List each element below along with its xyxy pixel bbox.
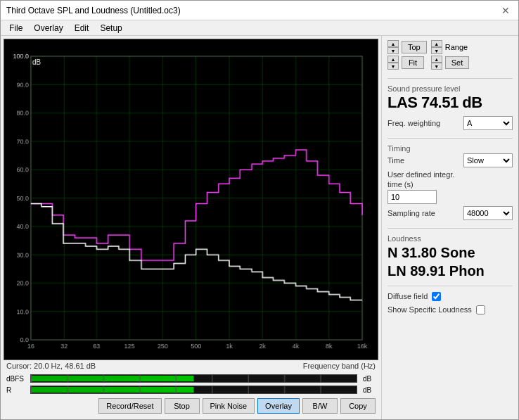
diffuse-field-row: Diffuse field <box>387 292 513 301</box>
timing-label: Timing <box>387 144 513 153</box>
top-fit-controls: ▲ ▼ Top ▲ ▼ Fit <box>387 40 513 70</box>
level-meter-L <box>30 374 357 383</box>
dBFS-row-L: dBFS dB <box>6 373 376 384</box>
loudness-label: Loudness <box>387 234 513 243</box>
ln-value: LN 89.91 Phon <box>387 262 513 280</box>
fit-button[interactable]: Fit <box>402 56 424 69</box>
pink-noise-button[interactable]: Pink Noise <box>203 398 255 414</box>
record-reset-button[interactable]: Record/Reset <box>98 398 161 414</box>
set-row: ▲ ▼ Set <box>431 56 470 70</box>
dBFS-label: dBFS <box>6 375 29 383</box>
divider-1 <box>387 78 513 79</box>
top-row: ▲ ▼ Top <box>387 40 427 54</box>
range-down-button[interactable]: ▼ <box>431 47 442 54</box>
user-integr-input[interactable]: 10 <box>387 190 437 204</box>
top-fit-group: ▲ ▼ Top ▲ ▼ Fit <box>387 40 427 70</box>
window-title: Third Octave SPL and Loudness (Untitled.… <box>6 6 181 15</box>
chart-area: Third octave SPL ARTA dB Cursor: 20.0 Hz… <box>1 36 381 419</box>
divider-4 <box>387 286 513 286</box>
time-row: Time Slow Fast Impulse <box>387 153 513 167</box>
diffuse-field-label: Diffuse field <box>387 292 428 300</box>
dBFS-unit-L: dB <box>359 375 376 383</box>
fit-row: ▲ ▼ Fit <box>387 56 427 70</box>
time-label: Time <box>387 156 404 165</box>
show-specific-row: Show Specific Loudness <box>387 305 513 314</box>
n-value: N 31.80 Sone <box>387 243 513 262</box>
chart-container: Third octave SPL ARTA dB <box>4 39 378 360</box>
close-button[interactable]: ✕ <box>499 4 513 18</box>
range-set-group: ▲ ▼ Range ▲ ▼ Set <box>431 40 470 70</box>
freq-weighting-row: Freq. weighting A B C Z <box>387 116 513 130</box>
time-select[interactable]: Slow Fast Impulse <box>463 153 513 167</box>
level-meters: dBFS dB R dB <box>4 371 378 395</box>
fit-down-button[interactable]: ▼ <box>387 63 399 70</box>
user-integr-label: User defined integr. time (s) <box>387 170 465 190</box>
show-specific-label: Show Specific Loudness <box>387 305 472 314</box>
set-spinner: ▲ ▼ <box>431 56 442 70</box>
set-up-button[interactable]: ▲ <box>431 56 442 63</box>
timing-section: Timing Time Slow Fast Impulse User defin… <box>387 144 513 222</box>
menu-setup[interactable]: Setup <box>94 22 127 34</box>
spl-section: Sound pressure level LAS 74.51 dB <box>387 84 513 112</box>
fit-up-button[interactable]: ▲ <box>387 56 399 63</box>
sampling-rate-row: Sampling rate 44100 48000 96000 <box>387 206 513 220</box>
menu-bar: File Overlay Edit Setup <box>1 20 518 36</box>
menu-overlay[interactable]: Overlay <box>28 22 68 34</box>
spl-value: LAS 74.51 dB <box>387 94 513 112</box>
range-up-button[interactable]: ▲ <box>431 40 442 47</box>
sampling-rate-label: Sampling rate <box>387 209 435 217</box>
set-button[interactable]: Set <box>445 56 470 69</box>
chart-canvas <box>4 39 378 359</box>
main-window: Third Octave SPL and Loudness (Untitled.… <box>0 0 519 420</box>
freq-band-label: Frequency band (Hz) <box>303 362 376 370</box>
menu-file[interactable]: File <box>4 22 28 34</box>
main-content: Third octave SPL ARTA dB Cursor: 20.0 Hz… <box>1 36 518 419</box>
diffuse-field-checkbox[interactable] <box>432 292 441 301</box>
range-label: Range <box>445 43 468 51</box>
range-row: ▲ ▼ Range <box>431 40 470 54</box>
user-integr-row: User defined integr. time (s) 10 <box>387 170 513 204</box>
set-down-button[interactable]: ▼ <box>431 63 442 70</box>
freq-weighting-label: Freq. weighting <box>387 119 440 127</box>
range-spinner: ▲ ▼ <box>431 40 442 54</box>
bottom-buttons: Record/Reset Stop Pink Noise Overlay B/W… <box>4 395 378 416</box>
overlay-button[interactable]: Overlay <box>257 398 300 414</box>
title-bar: Third Octave SPL and Loudness (Untitled.… <box>1 1 518 20</box>
divider-2 <box>387 138 513 139</box>
level-meter-R <box>30 386 357 394</box>
right-panel: ▲ ▼ Top ▲ ▼ Fit <box>381 36 518 419</box>
cursor-text: Cursor: 20.0 Hz, 48.61 dB <box>6 362 96 370</box>
spl-label: Sound pressure level <box>387 84 513 93</box>
top-spinner: ▲ ▼ <box>387 40 399 54</box>
show-specific-checkbox[interactable] <box>476 305 485 314</box>
freq-weighting-select[interactable]: A B C Z <box>463 116 513 130</box>
stop-button[interactable]: Stop <box>165 398 200 414</box>
divider-3 <box>387 228 513 229</box>
copy-button[interactable]: Copy <box>340 398 376 414</box>
top-up-button[interactable]: ▲ <box>387 40 399 47</box>
top-down-button[interactable]: ▼ <box>387 47 399 54</box>
chart-info-row: Cursor: 20.0 Hz, 48.61 dB Frequency band… <box>4 360 378 371</box>
dBFS-row-R: R dB <box>6 384 376 395</box>
dBFS-unit-R: dB <box>359 386 376 394</box>
top-button[interactable]: Top <box>402 41 427 53</box>
menu-edit[interactable]: Edit <box>69 22 95 34</box>
bw-button[interactable]: B/W <box>302 398 338 414</box>
loudness-section: Loudness N 31.80 Sone LN 89.91 Phon <box>387 234 513 280</box>
R-label: R <box>6 386 29 394</box>
sampling-rate-select[interactable]: 44100 48000 96000 <box>463 206 513 220</box>
fit-spinner: ▲ ▼ <box>387 56 399 70</box>
